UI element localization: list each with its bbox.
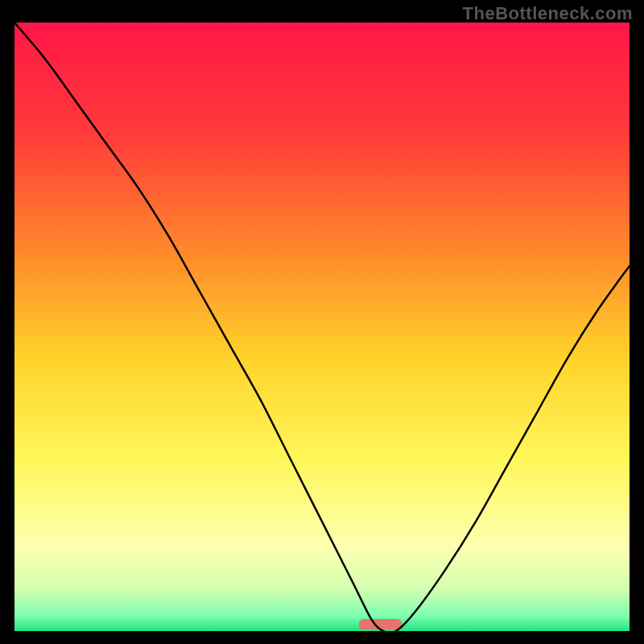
chart-frame: TheBottleneck.com [0,0,644,644]
watermark-text: TheBottleneck.com [463,3,633,24]
bottleneck-chart [14,23,630,631]
gradient-background [14,23,630,631]
optimal-marker [359,619,402,630]
chart-svg [14,23,630,631]
